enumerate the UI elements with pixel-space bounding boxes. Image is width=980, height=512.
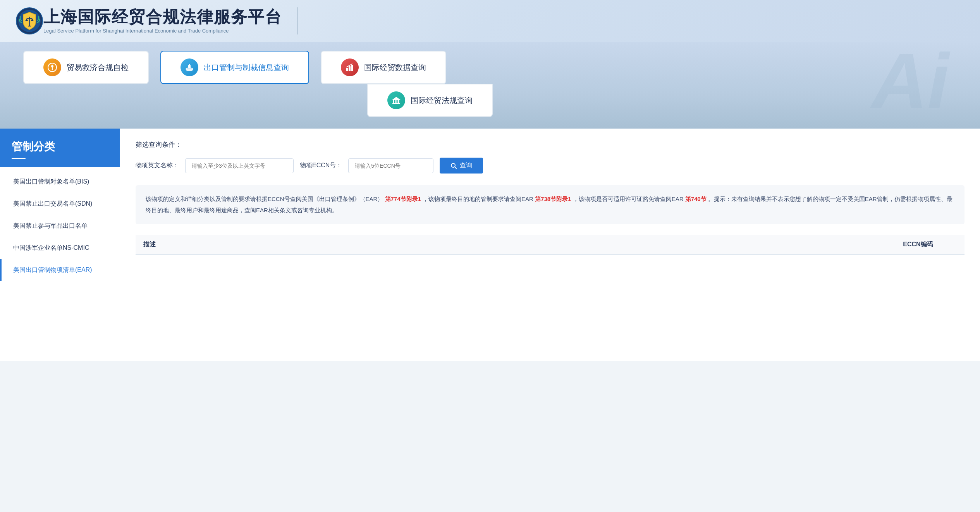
sidebar-title: 管制分类 [12,139,108,154]
svg-rect-8 [346,68,348,71]
sidebar-items: 美国出口管制对象名单(BIS) 美国禁止出口交易名单(SDN) 美国禁止参与军品… [0,167,120,285]
search-button-label: 查询 [460,162,472,170]
nav-card-trade-data-label: 国际经贸数据查询 [364,62,426,73]
info-link3[interactable]: 第740节 [685,196,707,202]
trade-remedy-icon [43,58,61,76]
svg-rect-14 [397,100,398,103]
field2-label: 物项ECCN号： [300,162,342,170]
nav-card-trade-law[interactable]: 国际经贸法规查询 [367,84,493,117]
filter-label: 筛选查询条件： [136,140,965,149]
info-text-1: 该物项的定义和详细分类以及管制的要求请根据ECCN号查阅美国《出口管理条例》（E… [146,196,383,202]
main-wrapper: 管制分类 美国出口管制对象名单(BIS) 美国禁止出口交易名单(SDN) 美国禁… [0,129,980,361]
field1-label: 物项英文名称： [136,162,179,170]
trade-data-icon [341,58,359,76]
item-name-input[interactable] [185,158,294,173]
trade-law-icon [387,91,405,109]
table-header: 描述 ECCN编码 [136,235,965,255]
header-subtitle: Legal Service Platform for Shanghai Inte… [43,28,282,34]
main-content: 筛选查询条件： 物项英文名称： 物项ECCN号： 查询 该物项的定义和详细分类以… [120,129,980,361]
table-col-eccn: ECCN编码 [879,241,957,249]
search-icon [450,163,457,169]
table-col-desc: 描述 [143,241,879,249]
info-text-3: ，该物项是否可适用许可证豁免请查阅EAR [573,196,684,202]
svg-rect-10 [351,65,353,71]
filter-row: 物项英文名称： 物项ECCN号： 查询 [136,158,965,174]
nav-card-trade-law-label: 国际经贸法规查询 [411,95,473,106]
svg-rect-12 [393,100,394,103]
header-divider [297,7,298,34]
svg-rect-15 [398,100,399,103]
sidebar-item-sdn[interactable]: 美国禁止出口交易名单(SDN) [0,193,120,215]
nav-main-row: 贸易救济合规自检 出口管制与制裁信息查询 [23,51,957,84]
svg-rect-11 [392,103,400,104]
svg-point-6 [51,65,53,67]
info-link1[interactable]: 第774节附录1 [385,196,421,202]
info-link2[interactable]: 第738节附录1 [535,196,571,202]
sidebar-item-military[interactable]: 美国禁止参与军品出口名单 [0,215,120,237]
svg-rect-9 [349,66,351,71]
nav-card-export-control-label: 出口管制与制裁信息查询 [204,62,289,73]
sidebar: 管制分类 美国出口管制对象名单(BIS) 美国禁止出口交易名单(SDN) 美国禁… [0,129,120,361]
info-box: 该物项的定义和详细分类以及管制的要求请根据ECCN号查阅美国《出口管理条例》（E… [136,185,965,224]
sidebar-header: 管制分类 [0,129,120,167]
search-button[interactable]: 查询 [440,158,483,174]
sidebar-underline [12,158,26,159]
svg-line-17 [455,167,456,168]
info-text-2: ，该物项最终目的地的管制要求请查阅EAR [423,196,533,202]
sidebar-item-ear[interactable]: 美国出口管制物项清单(EAR) [0,259,120,281]
svg-rect-7 [188,65,191,68]
main-title: 上海国际经贸合规法律服务平台 [43,8,282,26]
export-control-icon [181,58,198,76]
nav-card-export-control[interactable]: 出口管制与制裁信息查询 [160,51,309,84]
sidebar-item-ns-cmic[interactable]: 中国涉军企业名单NS-CMIC [0,237,120,259]
nav-card-trade-data[interactable]: 国际经贸数据查询 [321,51,446,84]
svg-rect-13 [395,100,396,103]
sidebar-item-bis[interactable]: 美国出口管制对象名单(BIS) [0,171,120,193]
header: 上海国际经贸合规法律服务平台 Legal Service Platform fo… [0,0,980,42]
header-title-block: 上海国际经贸合规法律服务平台 Legal Service Platform fo… [43,8,282,33]
eccn-input[interactable] [348,158,433,173]
nav-card-trade-remedy[interactable]: 贸易救济合规自检 [23,51,149,84]
logo-icon [15,7,43,35]
nav-card-trade-remedy-label: 贸易救济合规自检 [67,62,129,73]
